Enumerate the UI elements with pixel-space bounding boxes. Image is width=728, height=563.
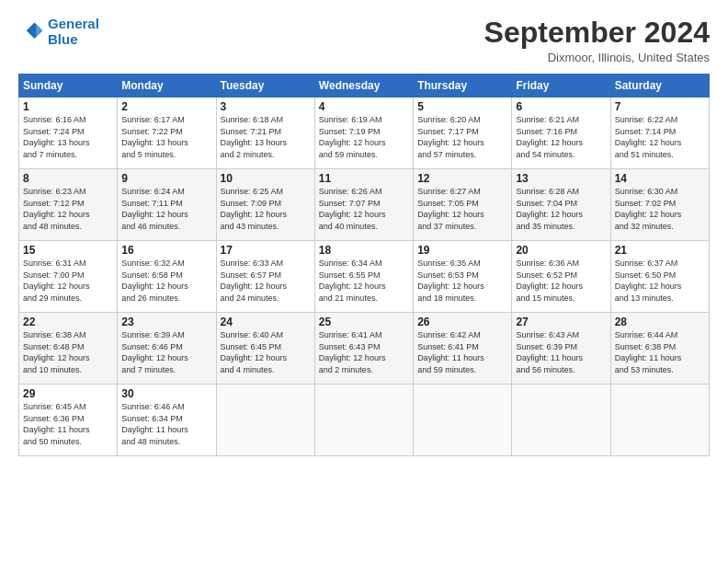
logo-line2: Blue <box>48 31 78 47</box>
day-info: Sunrise: 6:26 AMSunset: 7:07 PMDaylight:… <box>319 186 409 232</box>
calendar-cell <box>414 385 512 456</box>
weekday-header-thursday: Thursday <box>414 75 512 98</box>
day-number: 10 <box>221 172 311 185</box>
day-info: Sunrise: 6:42 AMSunset: 6:41 PMDaylight:… <box>417 329 507 375</box>
day-info: Sunrise: 6:27 AMSunset: 7:05 PMDaylight:… <box>417 186 507 232</box>
calendar-header-row: SundayMondayTuesdayWednesdayThursdayFrid… <box>19 75 710 98</box>
day-number: 28 <box>615 316 705 328</box>
day-info: Sunrise: 6:33 AMSunset: 6:57 PMDaylight:… <box>221 258 311 304</box>
day-info: Sunrise: 6:36 AMSunset: 6:52 PMDaylight:… <box>516 258 606 304</box>
day-info: Sunrise: 6:28 AMSunset: 7:04 PMDaylight:… <box>516 186 606 232</box>
calendar-cell: 14Sunrise: 6:30 AMSunset: 7:02 PMDayligh… <box>610 169 709 241</box>
day-number: 3 <box>221 100 311 113</box>
calendar-cell <box>512 385 610 456</box>
header: General Blue September 2024 Dixmoor, Ill… <box>18 17 710 64</box>
calendar-cell: 27Sunrise: 6:43 AMSunset: 6:39 PMDayligh… <box>512 313 610 385</box>
calendar-cell: 16Sunrise: 6:32 AMSunset: 6:58 PMDayligh… <box>118 241 216 313</box>
weekday-header-friday: Friday <box>512 75 610 98</box>
day-number: 16 <box>121 244 211 257</box>
day-info: Sunrise: 6:31 AMSunset: 7:00 PMDaylight:… <box>23 258 113 304</box>
calendar-cell: 24Sunrise: 6:40 AMSunset: 6:45 PMDayligh… <box>216 313 314 385</box>
calendar-cell: 5Sunrise: 6:20 AMSunset: 7:17 PMDaylight… <box>414 98 512 169</box>
day-number: 20 <box>516 244 606 257</box>
day-info: Sunrise: 6:43 AMSunset: 6:39 PMDaylight:… <box>516 329 606 375</box>
day-info: Sunrise: 6:17 AMSunset: 7:22 PMDaylight:… <box>121 114 211 160</box>
calendar-cell <box>314 385 413 456</box>
calendar-cell: 12Sunrise: 6:27 AMSunset: 7:05 PMDayligh… <box>414 169 512 241</box>
logo-text: General Blue <box>48 17 99 47</box>
day-info: Sunrise: 6:20 AMSunset: 7:17 PMDaylight:… <box>417 114 507 160</box>
day-number: 5 <box>417 100 507 113</box>
calendar-week-3: 15Sunrise: 6:31 AMSunset: 7:00 PMDayligh… <box>19 241 710 313</box>
day-number: 25 <box>319 316 409 328</box>
day-number: 6 <box>516 100 606 113</box>
calendar-cell: 13Sunrise: 6:28 AMSunset: 7:04 PMDayligh… <box>512 169 610 241</box>
calendar-cell: 29Sunrise: 6:45 AMSunset: 6:36 PMDayligh… <box>19 385 118 456</box>
day-number: 15 <box>23 244 113 257</box>
day-number: 17 <box>221 244 311 257</box>
day-info: Sunrise: 6:30 AMSunset: 7:02 PMDaylight:… <box>615 186 705 232</box>
calendar-cell: 17Sunrise: 6:33 AMSunset: 6:57 PMDayligh… <box>216 241 314 313</box>
day-info: Sunrise: 6:39 AMSunset: 6:46 PMDaylight:… <box>121 329 211 375</box>
calendar-cell: 1Sunrise: 6:16 AMSunset: 7:24 PMDaylight… <box>19 98 118 169</box>
weekday-header-tuesday: Tuesday <box>216 75 314 98</box>
calendar-cell: 10Sunrise: 6:25 AMSunset: 7:09 PMDayligh… <box>216 169 314 241</box>
calendar-week-2: 8Sunrise: 6:23 AMSunset: 7:12 PMDaylight… <box>19 169 710 241</box>
calendar-table: SundayMondayTuesdayWednesdayThursdayFrid… <box>18 74 710 456</box>
calendar-cell <box>216 385 314 456</box>
day-number: 23 <box>121 316 211 328</box>
day-info: Sunrise: 6:18 AMSunset: 7:21 PMDaylight:… <box>221 114 311 160</box>
logo-icon <box>18 19 44 45</box>
day-info: Sunrise: 6:19 AMSunset: 7:19 PMDaylight:… <box>319 114 409 160</box>
day-number: 9 <box>121 172 211 185</box>
calendar-cell: 30Sunrise: 6:46 AMSunset: 6:34 PMDayligh… <box>118 385 216 456</box>
day-info: Sunrise: 6:44 AMSunset: 6:38 PMDaylight:… <box>615 329 705 375</box>
day-info: Sunrise: 6:34 AMSunset: 6:55 PMDaylight:… <box>319 258 409 304</box>
calendar-body: 1Sunrise: 6:16 AMSunset: 7:24 PMDaylight… <box>19 98 710 456</box>
day-number: 26 <box>417 316 507 328</box>
weekday-header-saturday: Saturday <box>610 75 709 98</box>
day-number: 7 <box>615 100 705 113</box>
day-number: 13 <box>516 172 606 185</box>
calendar-week-1: 1Sunrise: 6:16 AMSunset: 7:24 PMDaylight… <box>19 98 710 169</box>
day-info: Sunrise: 6:40 AMSunset: 6:45 PMDaylight:… <box>221 329 311 375</box>
day-info: Sunrise: 6:38 AMSunset: 6:48 PMDaylight:… <box>23 329 113 375</box>
calendar-week-4: 22Sunrise: 6:38 AMSunset: 6:48 PMDayligh… <box>19 313 710 385</box>
day-info: Sunrise: 6:21 AMSunset: 7:16 PMDaylight:… <box>516 114 606 160</box>
calendar-cell: 25Sunrise: 6:41 AMSunset: 6:43 PMDayligh… <box>314 313 413 385</box>
weekday-header-wednesday: Wednesday <box>314 75 413 98</box>
day-info: Sunrise: 6:24 AMSunset: 7:11 PMDaylight:… <box>121 186 211 232</box>
weekday-header-monday: Monday <box>118 75 216 98</box>
day-number: 14 <box>615 172 705 185</box>
day-number: 12 <box>417 172 507 185</box>
day-info: Sunrise: 6:23 AMSunset: 7:12 PMDaylight:… <box>23 186 113 232</box>
calendar-cell: 28Sunrise: 6:44 AMSunset: 6:38 PMDayligh… <box>610 313 709 385</box>
day-info: Sunrise: 6:46 AMSunset: 6:34 PMDaylight:… <box>121 401 211 447</box>
calendar-cell: 7Sunrise: 6:22 AMSunset: 7:14 PMDaylight… <box>610 98 709 169</box>
calendar-cell: 6Sunrise: 6:21 AMSunset: 7:16 PMDaylight… <box>512 98 610 169</box>
day-info: Sunrise: 6:25 AMSunset: 7:09 PMDaylight:… <box>221 186 311 232</box>
calendar-cell: 4Sunrise: 6:19 AMSunset: 7:19 PMDaylight… <box>314 98 413 169</box>
day-number: 19 <box>417 244 507 257</box>
day-info: Sunrise: 6:32 AMSunset: 6:58 PMDaylight:… <box>121 258 211 304</box>
day-number: 29 <box>23 387 113 400</box>
day-number: 8 <box>23 172 113 185</box>
day-number: 11 <box>319 172 409 185</box>
calendar-cell: 2Sunrise: 6:17 AMSunset: 7:22 PMDaylight… <box>118 98 216 169</box>
location-subtitle: Dixmoor, Illinois, United States <box>484 51 710 64</box>
month-title: September 2024 <box>484 17 710 49</box>
calendar-cell: 26Sunrise: 6:42 AMSunset: 6:41 PMDayligh… <box>414 313 512 385</box>
calendar-cell: 11Sunrise: 6:26 AMSunset: 7:07 PMDayligh… <box>314 169 413 241</box>
day-info: Sunrise: 6:37 AMSunset: 6:50 PMDaylight:… <box>615 258 705 304</box>
title-block: September 2024 Dixmoor, Illinois, United… <box>484 17 710 64</box>
day-number: 1 <box>23 100 113 113</box>
calendar-cell: 20Sunrise: 6:36 AMSunset: 6:52 PMDayligh… <box>512 241 610 313</box>
day-info: Sunrise: 6:22 AMSunset: 7:14 PMDaylight:… <box>615 114 705 160</box>
day-info: Sunrise: 6:45 AMSunset: 6:36 PMDaylight:… <box>23 401 113 447</box>
logo-line1: General <box>48 16 99 31</box>
day-number: 27 <box>516 316 606 328</box>
day-number: 30 <box>121 387 211 400</box>
day-number: 24 <box>221 316 311 328</box>
calendar-cell: 8Sunrise: 6:23 AMSunset: 7:12 PMDaylight… <box>19 169 118 241</box>
logo: General Blue <box>18 17 99 47</box>
